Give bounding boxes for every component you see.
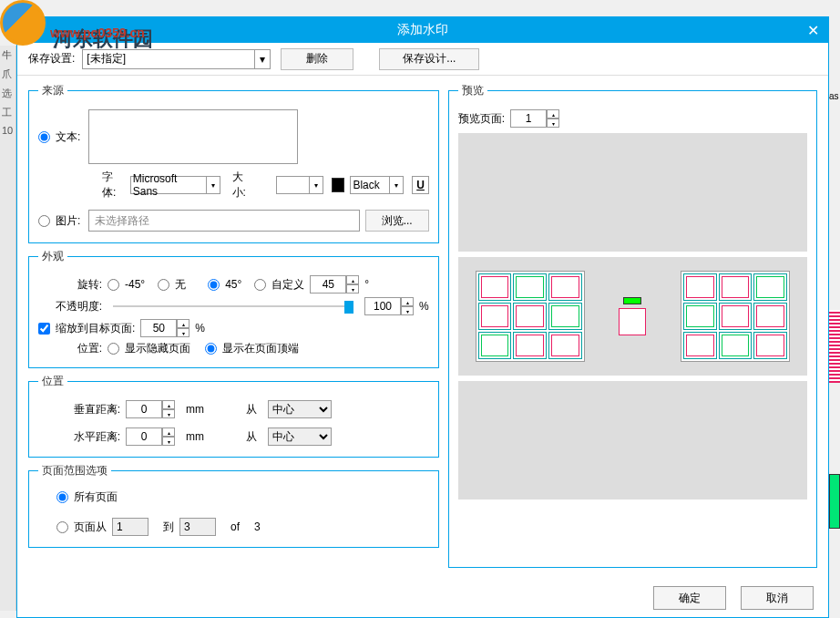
vert-label: 垂直距离: bbox=[38, 402, 120, 417]
save-design-button[interactable]: 保存设计... bbox=[379, 48, 479, 70]
chevron-down-icon[interactable]: ▾ bbox=[206, 176, 220, 194]
appearance-fieldset: 外观 旋转: -45° 无 45° 自定义 ▴▾ ° bbox=[28, 249, 439, 368]
scale-label: 缩放到目标页面: bbox=[56, 321, 135, 336]
preview-page-label: 预览页面: bbox=[458, 111, 505, 127]
site-watermark: 河东软件园 www.pc0359.cn bbox=[0, 0, 153, 53]
horiz-spinner[interactable]: ▴▾ bbox=[126, 427, 175, 446]
page-range-fieldset: 页面范围选项 所有页面 页面从 到 of 3 bbox=[28, 463, 439, 548]
page-range-legend: 页面范围选项 bbox=[38, 463, 111, 479]
from-label: 从 bbox=[246, 402, 257, 417]
rotate-none-radio[interactable] bbox=[158, 279, 169, 291]
dialog-title: 添加水印 bbox=[397, 22, 448, 38]
opacity-label: 不透明度: bbox=[38, 299, 102, 314]
image-path-input[interactable]: 未选择路径 bbox=[88, 210, 360, 232]
chevron-down-icon[interactable]: ▾ bbox=[309, 176, 323, 194]
horiz-label: 水平距离: bbox=[38, 429, 120, 445]
background-left-strip: 牛 爪 选 工 10 bbox=[0, 46, 16, 611]
preview-drawing-right bbox=[681, 271, 790, 362]
background-right-strip: as bbox=[829, 46, 840, 611]
opacity-slider[interactable] bbox=[113, 297, 353, 315]
rotate-custom-radio[interactable] bbox=[254, 279, 266, 291]
vert-from-select[interactable]: 中心 bbox=[268, 400, 332, 418]
size-label: 大小: bbox=[232, 170, 255, 201]
pos-top-radio[interactable] bbox=[205, 343, 217, 355]
page-to-input[interactable] bbox=[179, 518, 216, 536]
chevron-down-icon[interactable]: ▾ bbox=[389, 176, 404, 194]
rotate-value-spinner[interactable]: ▴▾ bbox=[310, 275, 359, 294]
scale-value-spinner[interactable]: ▴▾ bbox=[140, 319, 190, 337]
preview-page-spinner[interactable]: ▴▾ bbox=[510, 109, 559, 128]
preview-fieldset: 预览 预览页面: ▴▾ bbox=[448, 83, 817, 568]
spin-up-icon[interactable]: ▴ bbox=[346, 275, 359, 284]
color-swatch bbox=[332, 178, 345, 192]
vert-spinner[interactable]: ▴▾ bbox=[126, 400, 175, 418]
spin-down-icon[interactable]: ▾ bbox=[346, 284, 359, 294]
text-radio-label: 文本: bbox=[56, 129, 83, 145]
add-watermark-dialog: 添加水印 ✕ 保存设置: [未指定] ▾ 删除 保存设计... 来源 文本: 字… bbox=[16, 16, 829, 618]
all-pages-radio[interactable] bbox=[56, 491, 68, 503]
source-fieldset: 来源 文本: 字体: Microsoft Sans ▾ 大小: ▾ bbox=[28, 83, 439, 243]
preview-thumb-2 bbox=[458, 257, 807, 376]
page-total: 3 bbox=[254, 520, 261, 533]
close-icon[interactable]: ✕ bbox=[807, 22, 819, 39]
rotate-45-radio[interactable] bbox=[208, 279, 220, 291]
chevron-down-icon[interactable]: ▾ bbox=[254, 49, 271, 69]
pages-from-radio[interactable] bbox=[56, 521, 68, 533]
pos-hidden-radio[interactable] bbox=[108, 343, 119, 355]
watermark-text-input[interactable] bbox=[88, 109, 298, 164]
font-label: 字体: bbox=[102, 170, 125, 201]
position-fieldset: 位置 垂直距离: ▴▾ mm 从 中心 水平距离: bbox=[28, 374, 439, 458]
opacity-value-spinner[interactable]: ▴▾ bbox=[364, 297, 414, 315]
source-legend: 来源 bbox=[38, 83, 67, 98]
page-from-input[interactable] bbox=[112, 518, 149, 536]
font-combo[interactable]: Microsoft Sans ▾ bbox=[130, 176, 207, 194]
cancel-button[interactable]: 取消 bbox=[741, 586, 814, 610]
rotate-neg45-radio[interactable] bbox=[108, 279, 119, 291]
rotate-label: 旋转: bbox=[38, 277, 102, 293]
logo-url: www.pc0359.cn bbox=[50, 26, 145, 40]
browse-button[interactable]: 浏览... bbox=[365, 210, 429, 232]
preview-legend: 预览 bbox=[458, 83, 487, 98]
preview-thumb-1 bbox=[458, 133, 807, 252]
save-settings-label: 保存设置: bbox=[28, 51, 75, 67]
underline-button[interactable]: U bbox=[412, 176, 428, 194]
image-radio[interactable] bbox=[38, 215, 50, 227]
color-combo[interactable]: Black ▾ bbox=[350, 176, 390, 194]
horiz-from-select[interactable]: 中心 bbox=[268, 427, 332, 446]
text-radio[interactable] bbox=[38, 131, 50, 143]
scale-checkbox[interactable] bbox=[38, 323, 50, 335]
preview-drawing-left bbox=[476, 271, 585, 362]
appearance-legend: 外观 bbox=[38, 249, 67, 264]
image-radio-label: 图片: bbox=[56, 213, 83, 229]
dialog-footer: 确定 取消 bbox=[653, 586, 814, 610]
preview-area bbox=[458, 133, 807, 500]
preview-thumb-3 bbox=[458, 381, 807, 500]
position-label: 位置: bbox=[38, 341, 102, 356]
size-combo[interactable]: ▾ bbox=[276, 176, 309, 194]
delete-button[interactable]: 删除 bbox=[281, 48, 353, 70]
position-legend: 位置 bbox=[38, 374, 67, 389]
ok-button[interactable]: 确定 bbox=[653, 586, 726, 610]
